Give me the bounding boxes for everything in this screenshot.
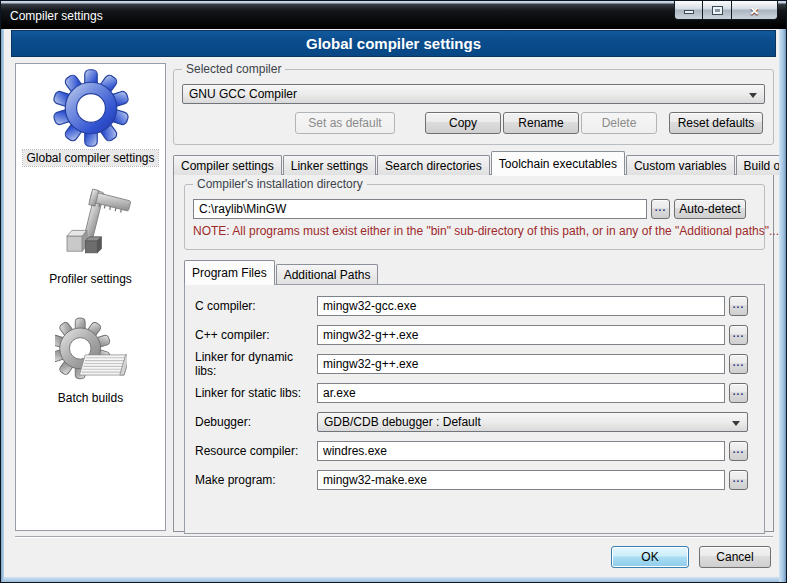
minimize-icon — [684, 10, 694, 14]
toolchain-executables-panel: Compiler's installation directory ... Au… — [173, 174, 774, 532]
sidebar-label-profiler-settings[interactable]: Profiler settings — [46, 271, 135, 287]
settings-pane: Selected compiler GNU GCC Compiler Set a… — [173, 63, 774, 532]
minimize-button[interactable] — [674, 1, 703, 20]
delete-button[interactable]: Delete — [581, 112, 657, 134]
window-edge-left — [1, 29, 4, 582]
dialog-client-area: Global compiler settings — [3, 29, 782, 579]
installation-directory-input[interactable] — [193, 199, 647, 219]
page-title: Global compiler settings — [11, 30, 776, 57]
linker-static-browse-button[interactable]: ... — [729, 383, 748, 403]
linker-static-input[interactable] — [317, 383, 725, 403]
sidebar-label-batch-builds[interactable]: Batch builds — [55, 390, 126, 406]
debugger-row: Debugger: GDB/CDB debugger : Default — [195, 412, 748, 432]
c-compiler-input[interactable] — [317, 296, 725, 316]
reset-defaults-button[interactable]: Reset defaults — [669, 112, 763, 134]
tab-linker-settings[interactable]: Linker settings — [283, 155, 376, 175]
auto-detect-button[interactable]: Auto-detect — [674, 199, 746, 219]
resource-compiler-row: Resource compiler: ... — [195, 441, 748, 461]
footer-divider — [15, 536, 773, 538]
maximize-icon — [712, 6, 723, 15]
program-files-panel: C compiler: ... C++ compiler: ... Linker… — [184, 284, 765, 534]
linker-dynamic-input[interactable] — [317, 354, 725, 374]
blue-gear-icon — [52, 69, 130, 147]
selected-compiler-group-label: Selected compiler — [182, 62, 285, 76]
debugger-label: Debugger: — [195, 415, 317, 429]
window-edge-right — [779, 29, 786, 582]
settings-category-list: Global compiler settings — [15, 63, 166, 531]
linker-dynamic-browse-button[interactable]: ... — [729, 354, 748, 374]
resource-compiler-label: Resource compiler: — [195, 444, 317, 458]
tab-custom-variables[interactable]: Custom variables — [626, 155, 735, 175]
program-tabstrip: Program Files Additional Paths — [184, 260, 773, 284]
installation-directory-group: Compiler's installation directory ... Au… — [184, 184, 765, 250]
main-tabstrip: Compiler settings Linker settings Search… — [173, 151, 774, 175]
caliper-icon — [51, 188, 131, 268]
selected-compiler-group: Selected compiler GNU GCC Compiler Set a… — [173, 69, 774, 145]
rename-button[interactable]: Rename — [503, 112, 579, 134]
cpp-compiler-row: C++ compiler: ... — [195, 325, 748, 345]
compiler-select-value: GNU GCC Compiler — [189, 87, 297, 101]
make-program-browse-button[interactable]: ... — [729, 470, 748, 490]
close-icon: × — [750, 2, 759, 19]
installation-directory-browse-button[interactable]: ... — [651, 199, 670, 219]
linker-static-row: Linker for static libs: ... — [195, 383, 748, 403]
window-edge-bottom — [1, 577, 786, 582]
tab-toolchain-executables[interactable]: Toolchain executables — [491, 151, 625, 175]
make-program-input[interactable] — [317, 470, 725, 490]
set-as-default-button[interactable]: Set as default — [295, 112, 395, 134]
maximize-button[interactable] — [703, 1, 732, 20]
ok-button[interactable]: OK — [611, 546, 689, 568]
cpp-compiler-input[interactable] — [317, 325, 725, 345]
cpp-compiler-label: C++ compiler: — [195, 328, 317, 342]
cancel-button[interactable]: Cancel — [699, 546, 771, 568]
installation-directory-group-label: Compiler's installation directory — [193, 177, 367, 191]
resource-compiler-input[interactable] — [317, 441, 725, 461]
c-compiler-label: C compiler: — [195, 299, 317, 313]
window-controls: × — [674, 1, 778, 20]
close-button[interactable]: × — [732, 1, 778, 20]
compiler-settings-dialog: Compiler settings × Global compiler sett… — [0, 0, 787, 583]
resource-compiler-browse-button[interactable]: ... — [729, 441, 748, 461]
compiler-select[interactable]: GNU GCC Compiler — [182, 84, 765, 104]
titlebar[interactable]: Compiler settings × — [1, 1, 786, 29]
sidebar-label-global-compiler-settings[interactable]: Global compiler settings — [23, 150, 157, 166]
cpp-compiler-browse-button[interactable]: ... — [729, 325, 748, 345]
linker-dynamic-label: Linker for dynamic libs: — [195, 350, 317, 378]
compiler-button-row: Set as default Copy Rename Delete Reset … — [182, 112, 765, 134]
debugger-select[interactable]: GDB/CDB debugger : Default — [317, 412, 748, 432]
sidebar-item-global-compiler-settings[interactable] — [52, 69, 130, 150]
installation-note: NOTE: All programs must exist either in … — [193, 224, 756, 238]
tab-search-directories[interactable]: Search directories — [377, 155, 490, 175]
linker-dynamic-row: Linker for dynamic libs: ... — [195, 354, 748, 374]
copy-button[interactable]: Copy — [425, 112, 501, 134]
make-program-row: Make program: ... — [195, 470, 748, 490]
linker-static-label: Linker for static libs: — [195, 386, 317, 400]
debugger-select-value: GDB/CDB debugger : Default — [324, 415, 481, 429]
sidebar-item-profiler-settings[interactable] — [51, 188, 131, 271]
tab-compiler-settings[interactable]: Compiler settings — [173, 155, 282, 175]
c-compiler-browse-button[interactable]: ... — [729, 296, 748, 316]
tab-additional-paths[interactable]: Additional Paths — [276, 264, 379, 284]
sidebar-item-batch-builds[interactable] — [55, 317, 127, 390]
installation-directory-row: ... Auto-detect — [193, 199, 746, 219]
make-program-label: Make program: — [195, 473, 317, 487]
window-title: Compiler settings — [1, 9, 103, 23]
gray-gear-stack-icon — [55, 317, 127, 387]
tab-program-files[interactable]: Program Files — [184, 260, 275, 284]
c-compiler-row: C compiler: ... — [195, 296, 748, 316]
